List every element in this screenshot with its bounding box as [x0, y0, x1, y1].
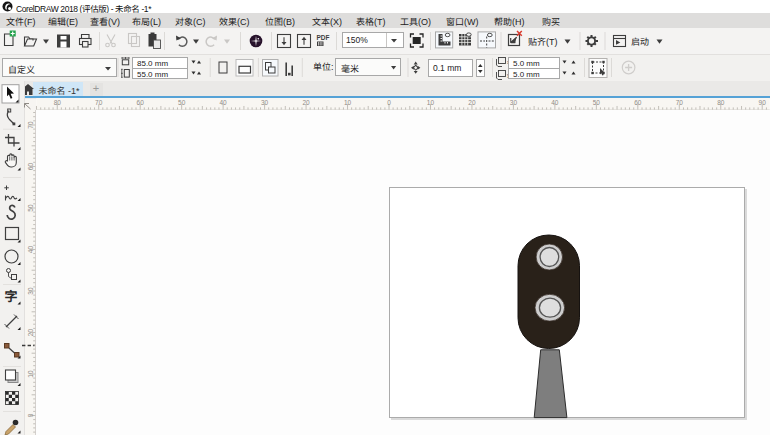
svg-text:50: 50 — [178, 99, 186, 106]
svg-text:70: 70 — [676, 99, 684, 106]
svg-text:60: 60 — [137, 99, 145, 106]
svg-text:40: 40 — [551, 99, 559, 106]
svg-text:10: 10 — [27, 370, 34, 378]
svg-text:PDF: PDF — [317, 34, 330, 41]
svg-text:50: 50 — [27, 204, 34, 212]
svg-text:80: 80 — [717, 99, 725, 106]
svg-text:字: 字 — [5, 286, 18, 305]
svg-text:50: 50 — [593, 99, 601, 106]
svg-text:40: 40 — [220, 99, 228, 106]
svg-text:20: 20 — [302, 99, 310, 106]
svg-text:60: 60 — [634, 99, 642, 106]
svg-text:10: 10 — [344, 99, 352, 106]
svg-text:30: 30 — [261, 99, 269, 106]
svg-text:90: 90 — [759, 99, 767, 106]
svg-text:30: 30 — [510, 99, 518, 106]
svg-text:0: 0 — [27, 413, 34, 417]
svg-text:10: 10 — [427, 99, 435, 106]
svg-text:20: 20 — [468, 99, 476, 106]
svg-text:70: 70 — [95, 99, 103, 106]
svg-text:60: 60 — [27, 163, 34, 171]
svg-text:0: 0 — [387, 99, 391, 106]
svg-text:70: 70 — [27, 121, 34, 129]
svg-text:80: 80 — [54, 99, 62, 106]
svg-text:20: 20 — [27, 329, 34, 337]
svg-text:40: 40 — [27, 246, 34, 254]
svg-text:30: 30 — [27, 287, 34, 295]
